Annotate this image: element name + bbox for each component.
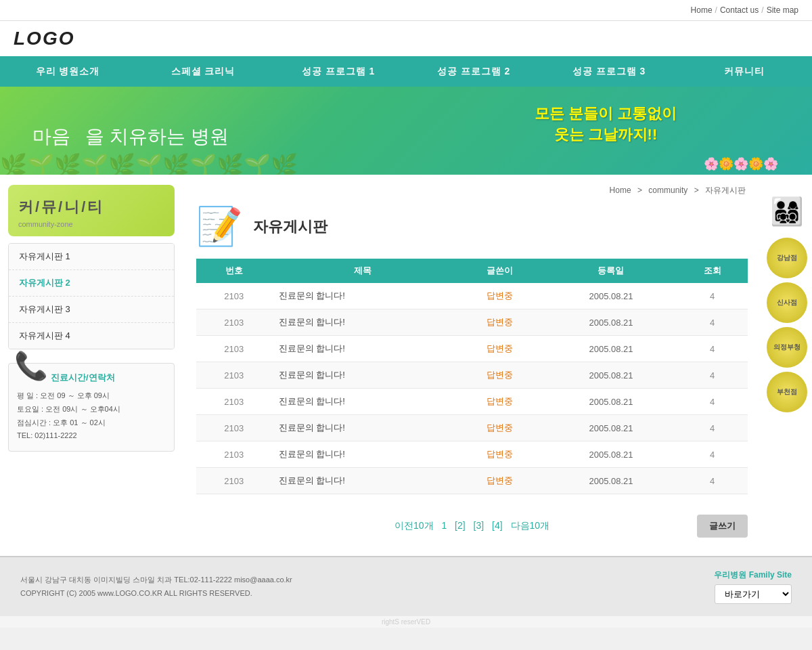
breadcrumb-home: Home [610, 186, 631, 195]
euijeong-btn[interactable]: 의정부청 [767, 327, 807, 368]
cell-author: 답변중 [454, 415, 545, 441]
footer-left: 서울시 강남구 대치동 이미지빌딩 스마일 치과 TEL:02-111-2222… [20, 573, 292, 601]
cell-author: 답변중 [454, 468, 545, 494]
table-head: 번호 제목 글쓴이 등록일 조회 [196, 259, 748, 283]
col-title: 제목 [272, 259, 455, 283]
nav-item-1[interactable]: 우리 병원소개 [0, 58, 135, 86]
banner: 마음 을 치유하는 병원 모든 분들이 고통없이 웃는 그날까지!! 🌸🌼🌸🌼🌸 [0, 87, 812, 175]
watermark: rightS reserVED [0, 616, 812, 628]
nav-item-6[interactable]: 커뮤니티 [677, 58, 812, 86]
family-site-select[interactable]: 바로가기강남점신사점의정부청부천점 [715, 584, 792, 604]
cell-title[interactable]: 진료문의 합니다! [272, 283, 455, 309]
cell-views: 4 [677, 415, 748, 441]
nav-item-4[interactable]: 성공 프로그램 2 [406, 58, 541, 86]
cell-date: 2005.08.21 [545, 283, 677, 309]
prev-page[interactable]: 이전10개 [394, 520, 434, 531]
cell-title[interactable]: 진료문의 합니다! [272, 415, 455, 441]
table-row[interactable]: 2103 진료문의 합니다! 답변중 2005.08.21 4 [196, 362, 748, 389]
contact-title: 진료시간/연락처 [51, 372, 166, 384]
table-row[interactable]: 2103 진료문의 합니다! 답변중 2005.08.21 4 [196, 415, 748, 441]
nav-item-3[interactable]: 성공 프로그램 1 [271, 58, 406, 86]
cell-date: 2005.08.21 [545, 389, 677, 415]
main-nav: 우리 병원소개 스페셜 크리닉 성공 프로그램 1 성공 프로그램 2 성공 프… [0, 56, 812, 87]
col-views: 조회 [677, 259, 748, 283]
cell-author: 답변중 [454, 283, 545, 309]
cell-date: 2005.08.21 [545, 309, 677, 336]
cell-views: 4 [677, 283, 748, 309]
page-1[interactable]: 1 [441, 520, 447, 531]
page-title: 자유게시판 [253, 217, 328, 237]
cell-num: 2103 [196, 441, 272, 468]
cell-title[interactable]: 진료문의 합니다! [272, 362, 455, 389]
contact-box: 📞 진료시간/연락처 평 일 : 오전 09 ～ 오후 09시 토요일 : 오전… [8, 363, 175, 452]
table-body: 2103 진료문의 합니다! 답변중 2005.08.21 4 2103 진료문… [196, 283, 748, 494]
breadcrumb-arrow1: > [637, 186, 644, 195]
next-page[interactable]: 다음10개 [511, 520, 550, 531]
write-button[interactable]: 글쓰기 [697, 515, 748, 538]
sitemap-link[interactable]: Site map [767, 5, 798, 15]
sidebar-title-kr: 커/뮤/니/티 [18, 197, 164, 217]
board-icon: 📝 [196, 204, 243, 248]
table-row[interactable]: 2103 진료문의 합니다! 답변중 2005.08.21 4 [196, 336, 748, 362]
table-row[interactable]: 2103 진료문의 합니다! 답변중 2005.08.21 4 [196, 441, 748, 468]
pagination: 이전10개 1 [2] [3] [4] 다음10개 [392, 520, 552, 532]
header: LOGO [0, 21, 812, 56]
contact-line-4: TEL: 02)111-2222 [17, 429, 166, 443]
sinsa-btn[interactable]: 신사점 [767, 282, 807, 323]
page-3[interactable]: [3] [474, 520, 484, 531]
sidebar: 커/뮤/니/티 community-zone 자유게시판 1 자유게시판 2 자… [0, 175, 183, 556]
cell-author: 답변중 [454, 441, 545, 468]
contact-line-1: 평 일 : 오전 09 ～ 오후 09시 [17, 389, 166, 403]
nav-item-5[interactable]: 성공 프로그램 3 [541, 58, 677, 86]
sep2: / [761, 5, 763, 15]
breadcrumb-arrow2: > [694, 186, 701, 195]
table-row[interactable]: 2103 진료문의 합니다! 답변중 2005.08.21 4 [196, 389, 748, 415]
breadcrumb-community: community [648, 186, 687, 195]
footer: 서울시 강남구 대치동 이미지빌딩 스마일 치과 TEL:02-111-2222… [0, 556, 812, 616]
top-bar: Home / Contact us / Site map [0, 0, 812, 21]
gangnam-btn[interactable]: 강남점 [767, 238, 807, 278]
sidebar-item-1[interactable]: 자유게시판 1 [9, 244, 174, 270]
table-row[interactable]: 2103 진료문의 합니다! 답변중 2005.08.21 4 [196, 283, 748, 309]
family-icon: 👨‍👩‍👧‍👦 [765, 190, 809, 234]
contact-info: 평 일 : 오전 09 ～ 오후 09시 토요일 : 오전 09시 ～ 오후04… [17, 389, 166, 443]
cell-title[interactable]: 진료문의 합니다! [272, 336, 455, 362]
cell-author: 답변중 [454, 336, 545, 362]
cell-title[interactable]: 진료문의 합니다! [272, 468, 455, 494]
cell-title[interactable]: 진료문의 합니다! [272, 309, 455, 336]
bucheon-btn[interactable]: 부천점 [767, 372, 807, 412]
cell-date: 2005.08.21 [545, 336, 677, 362]
nav-item-2[interactable]: 스페셜 크리닉 [135, 58, 271, 86]
cell-num: 2103 [196, 336, 272, 362]
breadcrumb-current: 자유게시판 [705, 186, 746, 195]
sidebar-item-4[interactable]: 자유게시판 4 [9, 323, 174, 349]
cell-title[interactable]: 진료문의 합니다! [272, 441, 455, 468]
cell-author: 답변중 [454, 309, 545, 336]
contact-line-2: 토요일 : 오전 09시 ～ 오후04시 [17, 403, 166, 416]
right-sidebar: 👨‍👩‍👧‍👦 강남점 신사점 의정부청 부천점 [761, 175, 812, 556]
family-site-label: 우리병원 Family Site [714, 569, 792, 581]
page-2[interactable]: [2] [455, 520, 466, 531]
main-layout: 커/뮤/니/티 community-zone 자유게시판 1 자유게시판 2 자… [0, 175, 812, 556]
contact-link[interactable]: Contact us [720, 5, 759, 15]
contact-line-3: 점심시간 : 오후 01 ～ 02시 [17, 416, 166, 430]
cell-views: 4 [677, 389, 748, 415]
cell-num: 2103 [196, 415, 272, 441]
table-row[interactable]: 2103 진료문의 합니다! 답변중 2005.08.21 4 [196, 309, 748, 336]
footer-address: 서울시 강남구 대치동 이미지빌딩 스마일 치과 TEL:02-111-2222… [20, 573, 292, 587]
cell-date: 2005.08.21 [545, 362, 677, 389]
cell-views: 4 [677, 309, 748, 336]
page-4[interactable]: [4] [492, 520, 503, 531]
home-link[interactable]: Home [691, 5, 713, 15]
cell-views: 4 [677, 441, 748, 468]
cell-num: 2103 [196, 309, 272, 336]
banner-text: 마음 을 치유하는 병원 [27, 110, 229, 151]
cell-title[interactable]: 진료문의 합니다! [272, 389, 455, 415]
sidebar-item-2[interactable]: 자유게시판 2 [9, 270, 174, 297]
table-header-row: 번호 제목 글쓴이 등록일 조회 [196, 259, 748, 283]
sep1: / [715, 5, 717, 15]
cell-date: 2005.08.21 [545, 441, 677, 468]
sidebar-item-3[interactable]: 자유게시판 3 [9, 297, 174, 323]
table-row[interactable]: 2103 진료문의 합니다! 답변중 2005.08.21 4 [196, 468, 748, 494]
footer-copyright: COPYRIGHT (C) 2005 www.LOGO.CO.KR ALL RI… [20, 587, 292, 601]
